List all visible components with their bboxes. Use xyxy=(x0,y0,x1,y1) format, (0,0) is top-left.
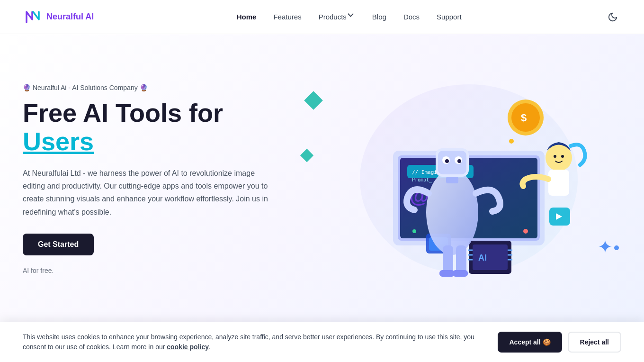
nav-blog[interactable]: Blog xyxy=(372,13,386,21)
svg-point-32 xyxy=(457,159,461,163)
svg-rect-33 xyxy=(446,177,458,183)
nav-links: Home Features Products Blog Docs Support xyxy=(237,13,462,21)
svg-rect-35 xyxy=(456,245,466,274)
svg-point-41 xyxy=(561,155,564,158)
diamond-shape-1 xyxy=(304,91,323,110)
nav-support[interactable]: Support xyxy=(437,13,462,21)
hero-section: 🔮 Neuralful Ai - AI Solutions Company 🔮 … xyxy=(0,34,644,324)
hero-description: At Neuralfulai Ltd - we harness the powe… xyxy=(23,167,278,218)
svg-rect-36 xyxy=(439,270,455,277)
dot-shape xyxy=(614,245,619,250)
hero-sub-text: AI for free. xyxy=(23,267,297,274)
hero-illustration-area: ✦ // Imagine Prompt_ xyxy=(297,56,621,302)
cookie-banner: This website uses cookies to enhance you… xyxy=(0,322,644,324)
nav-features[interactable]: Features xyxy=(273,13,301,21)
navigation: Neuralful AI Home Features Products Blog… xyxy=(0,0,644,34)
svg-point-43 xyxy=(412,229,416,233)
svg-text:$: $ xyxy=(521,112,527,124)
svg-point-42 xyxy=(509,139,514,144)
nav-home[interactable]: Home xyxy=(237,13,257,21)
svg-point-44 xyxy=(523,229,528,234)
dark-mode-toggle[interactable] xyxy=(604,9,621,26)
logo-icon xyxy=(23,7,43,27)
svg-rect-39 xyxy=(548,170,569,196)
moon-icon xyxy=(608,12,618,22)
ai-scene-svg: // Imagine Prompt_ $ AI xyxy=(327,65,592,293)
hero-content: 🔮 Neuralful Ai - AI Solutions Company 🔮 … xyxy=(23,84,297,274)
hero-badge: 🔮 Neuralful Ai - AI Solutions Company 🔮 xyxy=(23,84,297,91)
star-shape: ✦ xyxy=(598,236,613,257)
svg-rect-34 xyxy=(443,245,453,274)
nav-products[interactable]: Products xyxy=(319,13,355,21)
logo-text: Neuralful AI xyxy=(46,12,94,22)
get-started-button[interactable]: Get Started xyxy=(23,234,94,255)
svg-text:Prompt_: Prompt_ xyxy=(412,177,432,183)
svg-rect-37 xyxy=(453,270,468,277)
ai-illustration: // Imagine Prompt_ $ AI xyxy=(327,65,592,293)
svg-point-38 xyxy=(546,145,572,171)
diamond-shape-2 xyxy=(300,149,313,162)
chevron-down-icon xyxy=(349,14,355,20)
svg-rect-28 xyxy=(438,151,466,174)
svg-point-40 xyxy=(554,155,556,158)
nav-docs[interactable]: Docs xyxy=(403,13,420,21)
svg-text:AI: AI xyxy=(478,253,487,262)
hero-title: Free AI Tools for Users xyxy=(23,99,297,155)
svg-point-31 xyxy=(445,159,449,163)
logo-link[interactable]: Neuralful AI xyxy=(23,7,94,27)
